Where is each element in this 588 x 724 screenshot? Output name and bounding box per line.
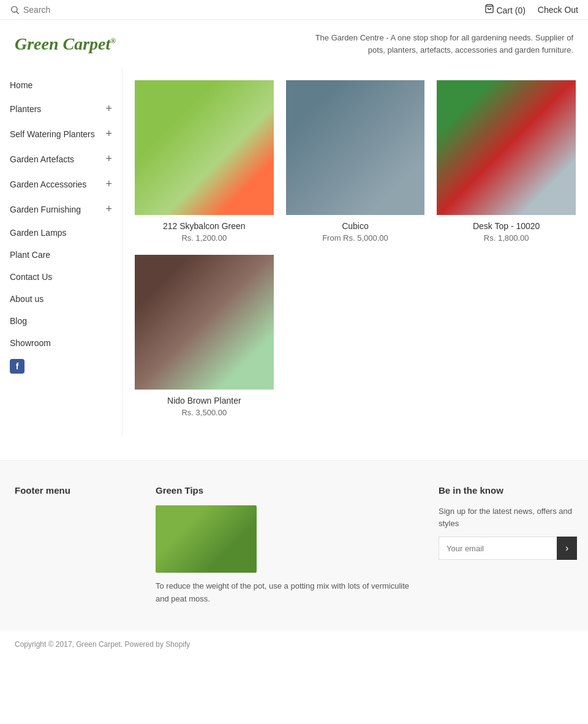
product-image-cubico [286, 80, 425, 215]
product-price: Rs. 3,500.00 [135, 408, 274, 417]
cart-icon [484, 4, 494, 13]
footer-newsletter-section: Be in the know Sign up for the latest ne… [439, 485, 573, 606]
svg-point-0 [12, 6, 17, 12]
product-grid: 212 Skybalcon Green Rs. 1,200.00 Cubico … [135, 80, 576, 417]
footer-grid: Footer menu Green Tips To reduce the wei… [15, 485, 573, 606]
product-price: From Rs. 5,000.00 [286, 233, 425, 243]
facebook-icon: f [10, 359, 24, 374]
product-card-cubico[interactable]: Cubico From Rs. 5,000.00 [286, 80, 425, 243]
expand-icon: + [105, 153, 112, 165]
product-image-desktop [437, 80, 576, 215]
footer-tips-section: Green Tips To reduce the weight of the p… [156, 485, 420, 606]
top-bar: Cart (0) Check Out [0, 0, 588, 20]
sidebar-item-garden-accessories[interactable]: Garden Accessories + [0, 172, 122, 197]
svg-line-1 [17, 12, 19, 14]
sidebar-item-self-watering-planters[interactable]: Self Watering Planters + [0, 121, 122, 146]
product-name: Cubico [286, 221, 425, 231]
sidebar-item-garden-furnishing[interactable]: Garden Furnishing + [0, 197, 122, 222]
product-price: Rs. 1,200.00 [135, 233, 274, 243]
copyright-text: Copyright © 2017, Green Carpet. Powered … [15, 640, 190, 649]
product-name: 212 Skybalcon Green [135, 221, 274, 231]
product-price: Rs. 1,800.00 [437, 233, 576, 243]
sidebar-item-about-us[interactable]: About us [0, 288, 122, 310]
cart-area: Cart (0) Check Out [484, 4, 578, 15]
sidebar-item-home[interactable]: Home [0, 74, 122, 96]
footer-tips-text: To reduce the weight of the pot, use a p… [156, 580, 420, 606]
social-links: f [0, 354, 122, 379]
footer-menu-section: Footer menu [15, 485, 137, 606]
sidebar-item-planters[interactable]: Planters + [0, 96, 122, 121]
site-tagline: The Garden Centre - A one stop shop for … [298, 32, 573, 56]
newsletter-form: › [439, 537, 573, 560]
product-name: Desk Top - 10020 [437, 221, 576, 231]
sidebar-item-contact-us[interactable]: Contact Us [0, 266, 122, 288]
expand-icon: + [105, 127, 112, 140]
footer-know-text: Sign up for the latest news, offers and … [439, 505, 573, 529]
sidebar-item-blog[interactable]: Blog [0, 310, 122, 332]
site-header: Green Carpet® The Garden Centre - A one … [0, 20, 588, 68]
cart-link[interactable]: Cart (0) [484, 4, 526, 15]
product-card-nido[interactable]: Nido Brown Planter Rs. 3,500.00 [135, 255, 274, 417]
expand-icon: + [105, 178, 112, 190]
product-name: Nido Brown Planter [135, 396, 274, 405]
subscribe-button[interactable]: › [557, 537, 577, 560]
email-input[interactable] [439, 537, 557, 560]
search-input[interactable] [23, 5, 130, 15]
product-image-nido [135, 255, 274, 390]
footer-menu-title: Footer menu [15, 485, 137, 496]
sidebar-item-garden-artefacts[interactable]: Garden Artefacts + [0, 146, 122, 172]
product-card-desktop[interactable]: Desk Top - 10020 Rs. 1,800.00 [437, 80, 576, 243]
site-logo[interactable]: Green Carpet® [15, 34, 116, 54]
footer-know-title: Be in the know [439, 485, 573, 496]
search-area [10, 5, 130, 15]
expand-icon: + [105, 203, 112, 216]
product-image-skybalcon [135, 80, 274, 215]
product-content: 212 Skybalcon Green Rs. 1,200.00 Cubico … [123, 68, 588, 436]
product-card-skybalcon[interactable]: 212 Skybalcon Green Rs. 1,200.00 [135, 80, 274, 243]
copyright-bar: Copyright © 2017, Green Carpet. Powered … [0, 630, 588, 658]
search-icon [10, 5, 20, 15]
sidebar-item-showroom[interactable]: Showroom [0, 332, 122, 354]
footer-tips-title: Green Tips [156, 485, 420, 496]
sidebar-item-garden-lamps[interactable]: Garden Lamps [0, 222, 122, 244]
sidebar-item-plant-care[interactable]: Plant Care [0, 244, 122, 266]
footer-tips-image [156, 505, 257, 573]
main-layout: Home Planters + Self Watering Planters +… [0, 68, 588, 436]
facebook-link[interactable]: f [0, 361, 34, 371]
footer: Footer menu Green Tips To reduce the wei… [0, 460, 588, 630]
checkout-link[interactable]: Check Out [538, 5, 578, 15]
sidebar: Home Planters + Self Watering Planters +… [0, 68, 123, 436]
expand-icon: + [105, 102, 112, 115]
